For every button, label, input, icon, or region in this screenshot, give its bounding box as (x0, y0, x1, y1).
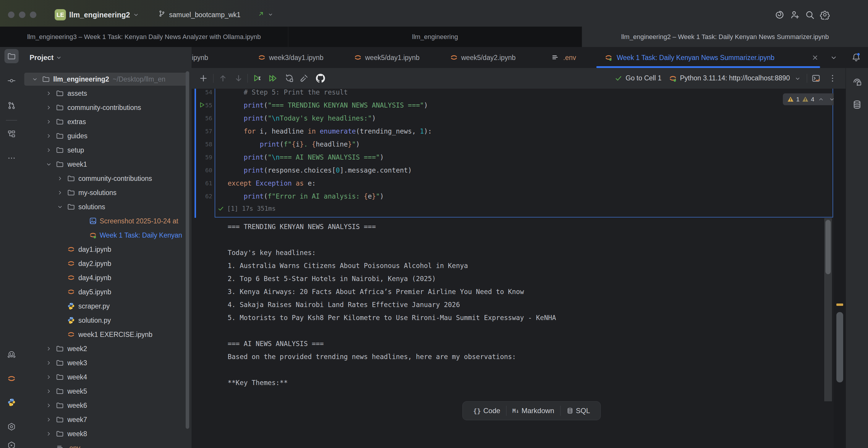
tree-item-week2[interactable]: week2 (23, 342, 192, 356)
tool-python-packages-icon[interactable] (7, 422, 16, 431)
tree-item-community-contributions[interactable]: community-contributions (23, 171, 192, 186)
prev-inspection-icon[interactable] (818, 96, 824, 102)
tree-item-extras[interactable]: extras (23, 115, 192, 129)
tree-item-week3[interactable]: week3 (23, 356, 192, 370)
line-number: 58 (197, 138, 212, 151)
tree-item-day1-ipynb[interactable]: day1.ipynb (23, 242, 192, 257)
tree-item-day5-ipynb[interactable]: day5.ipynb (23, 285, 192, 299)
jupyter-console-icon[interactable] (811, 73, 821, 83)
editor-tab-6[interactable]: Week 1 Task: Daily Kenyan News Summarize… (617, 54, 774, 62)
chevron-down-icon[interactable] (830, 54, 837, 61)
tree-item-week1-exercise-ipynb[interactable]: week1 EXERCISE.ipynb (23, 327, 192, 342)
tree-item-scraper-py[interactable]: scraper.py (23, 299, 192, 313)
folder-icon (56, 146, 64, 154)
tree-item-week6[interactable]: week6 (23, 398, 192, 413)
run-cell-icon[interactable] (252, 73, 262, 83)
window-minimize-button[interactable] (19, 11, 25, 18)
editor-tab-1[interactable]: ipynb (192, 54, 208, 62)
clear-outputs-icon[interactable] (299, 73, 309, 83)
tree-item-env[interactable]: .env (23, 441, 192, 448)
add-user-icon[interactable] (790, 10, 800, 20)
jupyter-icon (258, 54, 266, 61)
window-tab-3[interactable]: llm_engineering2 – Week 1 Task: Daily Ke… (582, 27, 868, 47)
more-options-icon[interactable] (828, 73, 837, 83)
go-to-cell-button[interactable]: Go to Cell 1 (626, 74, 661, 82)
move-cell-up-icon[interactable] (218, 73, 228, 83)
output-scrollbar-thumb[interactable] (826, 220, 831, 274)
project-badge[interactable]: LE (55, 9, 66, 21)
window-tab-1[interactable]: llm_engineering3 – Week 1 Task: Kenyan D… (0, 27, 288, 47)
editor-tab-3[interactable]: week5/day1.ipynb (365, 54, 420, 62)
editor-scrollbar-thumb[interactable] (836, 312, 843, 382)
window-close-button[interactable] (8, 11, 14, 18)
tool-more-dots-icon[interactable] (7, 154, 16, 163)
code-braces-icon: {} (473, 407, 481, 415)
editor-tab-5[interactable]: .env (563, 54, 576, 62)
tree-item-week-1-task-daily-kenyan[interactable]: Week 1 Task: Daily Kenyan (23, 228, 192, 242)
tree-item-screenshot-2025-10-24-at[interactable]: Screenshot 2025-10-24 at (23, 214, 192, 228)
chevron-down-icon[interactable] (795, 76, 801, 82)
vcs-branch-widget[interactable]: samuel_bootcamp_wk1 (169, 11, 241, 19)
tree-item-community-contributions[interactable]: community-contributions (23, 100, 192, 115)
add-cell-icon[interactable] (199, 73, 208, 83)
tool-commit-icon[interactable] (7, 76, 16, 85)
tool-jupyter-icon[interactable] (7, 374, 16, 383)
chevron-right-icon (46, 374, 52, 380)
tree-item-label: assets (67, 90, 87, 98)
chevron-down-icon[interactable] (56, 55, 62, 61)
close-icon[interactable] (811, 54, 818, 61)
tree-item-day4-ipynb[interactable]: day4.ipynb (23, 271, 192, 285)
tree-item-guides[interactable]: guides (23, 129, 192, 143)
window-tab-2[interactable]: llm_engineering (288, 27, 582, 47)
ai-assistant-icon[interactable] (852, 76, 862, 87)
github-icon[interactable] (316, 73, 325, 83)
tree-item-solutions[interactable]: solutions (23, 200, 192, 214)
tree-item-setup[interactable]: setup (23, 143, 192, 157)
restart-kernel-icon[interactable] (285, 73, 294, 83)
tool-structure-icon[interactable] (7, 129, 16, 138)
editor-tab-2[interactable]: week3/day1.ipynb (269, 54, 323, 62)
tree-item-day2-ipynb[interactable]: day2.ipynb (23, 257, 192, 271)
notifications-bell-icon[interactable] (851, 52, 861, 62)
tree-item-assets[interactable]: assets (23, 86, 192, 100)
tree-item-week1[interactable]: week1 (23, 157, 192, 171)
output-line: Based on the provided trending news head… (228, 350, 556, 363)
add-markdown-cell-button[interactable]: M↓ Markdown (506, 402, 560, 420)
python-icon (67, 302, 75, 310)
tree-item-my-solutions[interactable]: my-solutions (23, 186, 192, 200)
move-cell-down-icon[interactable] (234, 73, 243, 83)
window-zoom-button[interactable] (30, 11, 36, 18)
tool-hexagon-play-icon[interactable] (7, 441, 16, 448)
code-cell[interactable]: # Step 5: Print the result print("=== TR… (228, 89, 432, 203)
tree-item-week4[interactable]: week4 (23, 370, 192, 384)
tool-pull-requests-icon[interactable] (7, 101, 16, 110)
tree-item-solution-py[interactable]: solution.py (23, 313, 192, 327)
inspections-widget[interactable]: 1 4 (783, 93, 839, 105)
project-panel: Project llm_engineering2~/Desktop/llm_en… (23, 47, 192, 448)
line-number: 56 (197, 112, 212, 125)
search-icon[interactable] (805, 10, 815, 20)
database-icon[interactable] (852, 100, 862, 109)
tree-item-week5[interactable]: week5 (23, 384, 192, 398)
project-scrollbar[interactable] (186, 71, 189, 429)
ai-swirl-icon[interactable] (775, 10, 785, 20)
add-sql-cell-button[interactable]: SQL (561, 402, 596, 420)
chevron-down-icon (46, 161, 52, 167)
warning-stripe-mark[interactable] (836, 303, 843, 306)
tool-hugging-face-icon[interactable] (7, 350, 16, 359)
add-code-cell-button[interactable]: {} Code (467, 402, 506, 420)
run-all-cells-icon[interactable] (268, 73, 278, 83)
editor-tab-4[interactable]: week5/day2.ipynb (461, 54, 516, 62)
folder-icon (56, 118, 64, 126)
tool-project-folder-icon[interactable] (7, 52, 16, 61)
tree-item-week8[interactable]: week8 (23, 427, 192, 441)
tree-item-llm-engineering2[interactable]: llm_engineering2~/Desktop/llm_en (23, 72, 192, 86)
settings-gear-icon[interactable] (820, 10, 830, 20)
interpreter-selector[interactable]: Python 3.11.14: http://localhost:8890 (680, 74, 790, 82)
tree-item-week7[interactable]: week7 (23, 413, 192, 427)
notebook-editor[interactable]: 545556575859606162 # Step 5: Print the r… (192, 89, 845, 448)
project-switcher[interactable]: llm_engineering2 (69, 11, 130, 19)
last-run-marker-icon[interactable] (199, 101, 206, 108)
push-arrow-icon (258, 11, 264, 17)
tool-python-icon[interactable] (7, 398, 16, 407)
